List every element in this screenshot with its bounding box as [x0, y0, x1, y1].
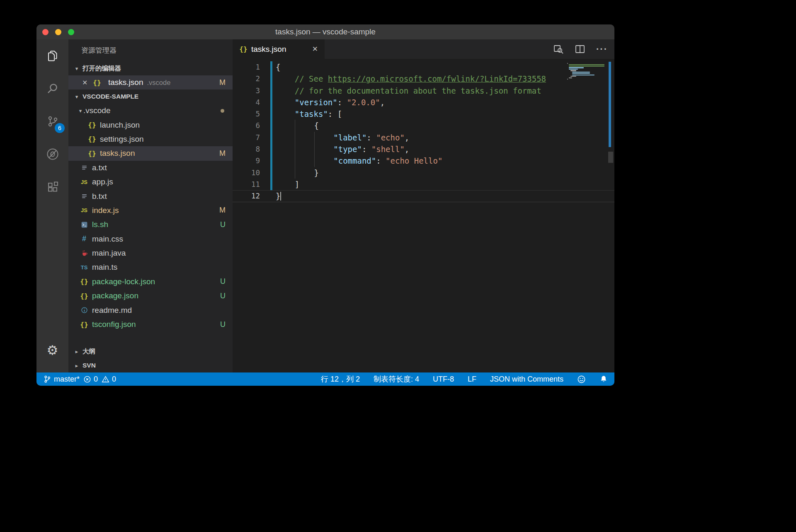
code-lines: 1{2// See https://go.microsoft.com/fwlin…	[233, 61, 614, 202]
code-line-5[interactable]: 5"tasks": [	[233, 108, 614, 120]
status-bar: master*00 行 12，列 2制表符长度: 4UTF-8LFJSON wi…	[36, 372, 614, 386]
workspace-header[interactable]: ▾ VSCODE-SAMPLE	[68, 89, 233, 104]
js-file-icon: JS	[80, 207, 88, 213]
code-line-11[interactable]: 11]	[233, 179, 614, 190]
json-file-icon: {}	[88, 150, 96, 157]
activitybar-item-extensions[interactable]	[36, 170, 68, 203]
activitybar-item-debug[interactable]	[36, 138, 68, 170]
css-file-icon: #	[80, 235, 88, 243]
file-name: main.java	[92, 249, 126, 258]
sidebar-item-readme.md[interactable]: readme.md	[68, 303, 233, 317]
section-svn[interactable]: ▸ SVN	[68, 358, 233, 372]
status-indentation[interactable]: 制表符长度: 4	[374, 374, 419, 384]
sidebar-item-a.txt[interactable]: a.txt	[68, 161, 233, 175]
activitybar-item-search[interactable]	[36, 72, 68, 105]
minimize-window-button[interactable]	[55, 29, 61, 35]
sidebar-item-.vscode[interactable]: ▾.vscode	[68, 104, 233, 118]
editor[interactable]: 1{2// See https://go.microsoft.com/fwlin…	[233, 59, 614, 372]
json-file-icon: {}	[93, 79, 101, 87]
more-actions-icon[interactable]: ···	[596, 47, 608, 51]
scm-badge: 6	[55, 123, 65, 133]
section-outline[interactable]: ▸ 大纲	[68, 344, 233, 358]
sidebar-item-settings.json[interactable]: {}settings.json	[68, 132, 233, 146]
status-branch[interactable]: master*	[43, 375, 80, 384]
open-preview-icon[interactable]	[553, 44, 564, 55]
sidebar-item-index.js[interactable]: JSindex.jsM	[68, 203, 233, 218]
file-name: a.txt	[92, 163, 107, 172]
status-notifications-button[interactable]	[599, 375, 608, 383]
status-feedback-button[interactable]	[577, 375, 586, 384]
line-number: 3	[233, 85, 260, 97]
code-token: ,	[380, 98, 385, 107]
chevron-down-icon: ▾	[78, 108, 83, 114]
indent-guide	[295, 143, 314, 155]
sidebar-item-ls.sh[interactable]: ls.shU	[68, 218, 233, 232]
close-editor-icon[interactable]: ✕	[82, 79, 89, 87]
overview-ruler-modified	[609, 62, 611, 147]
line-number: 8	[233, 143, 260, 155]
code-token: https://go.microsoft.com/fwlink/?LinkId=…	[328, 74, 546, 83]
scrollbar[interactable]	[608, 152, 613, 163]
code-line-2[interactable]: 2// See https://go.microsoft.com/fwlink/…	[233, 73, 614, 85]
code-line-8[interactable]: 8"type": "shell",	[233, 143, 614, 155]
indent-guide	[295, 167, 314, 179]
sidebar-item-b.txt[interactable]: b.txt	[68, 189, 233, 203]
code-line-10[interactable]: 10}	[233, 167, 614, 179]
close-window-button[interactable]	[42, 29, 49, 35]
sidebar-item-tasks.json[interactable]: {}tasks.jsonM	[68, 146, 233, 160]
code-token: {	[276, 63, 280, 72]
json-file-icon: {}	[88, 135, 96, 143]
sidebar-item-package-lock.json[interactable]: {}package-lock.jsonU	[68, 275, 233, 289]
status-warnings[interactable]: 0	[102, 375, 116, 384]
file-name: launch.json	[100, 121, 140, 130]
activitybar-item-settings[interactable]: ⚙	[36, 334, 68, 372]
open-editors-header[interactable]: ▾ 打开的编辑器	[68, 61, 233, 75]
json-file-icon: {}	[239, 45, 248, 53]
status-errors[interactable]: 0	[83, 375, 98, 384]
indent-guide	[276, 167, 295, 179]
code-token: :	[337, 98, 347, 107]
code-token: "label"	[333, 133, 366, 142]
line-number: 2	[233, 73, 260, 85]
extensions-icon	[46, 180, 59, 193]
sidebar-item-package.json[interactable]: {}package.jsonU	[68, 289, 233, 303]
line-number: 6	[233, 120, 260, 131]
sidebar-item-main.css[interactable]: #main.css	[68, 232, 233, 246]
minimap-line	[569, 77, 572, 78]
chevron-down-icon: ▾	[74, 94, 80, 100]
files-icon	[46, 49, 59, 63]
line-number: 10	[233, 167, 260, 179]
code-line-6[interactable]: 6{	[233, 120, 614, 131]
minimap[interactable]	[567, 63, 604, 80]
tab-tasks-json[interactable]: {} tasks.json ✕	[233, 39, 325, 59]
sidebar-item-app.js[interactable]: JSapp.js	[68, 175, 233, 189]
txt-file-icon	[80, 193, 88, 200]
git-badge: M	[219, 78, 226, 87]
status-cursor-position[interactable]: 行 12，列 2	[321, 374, 360, 384]
code-line-7[interactable]: 7"label": "echo",	[233, 132, 614, 143]
file-name: tasks.json	[100, 149, 135, 158]
sidebar-item-main.ts[interactable]: TSmain.ts	[68, 260, 233, 274]
split-editor-icon[interactable]	[575, 44, 585, 55]
git-badge: M	[219, 206, 226, 215]
status-encoding[interactable]: UTF-8	[433, 375, 454, 384]
code-line-3[interactable]: 3// for the documentation about the task…	[233, 85, 614, 97]
minimap-line	[569, 67, 584, 68]
code-line-4[interactable]: 4"version": "2.0.0",	[233, 97, 614, 108]
code-line-9[interactable]: 9"command": "echo Hello"	[233, 155, 614, 167]
close-tab-icon[interactable]: ✕	[312, 45, 318, 53]
open-editor-item-tasks-json[interactable]: ✕ {} tasks.json .vscode M	[68, 75, 233, 89]
sidebar-item-launch.json[interactable]: {}launch.json	[68, 118, 233, 132]
code-token: ,	[405, 145, 409, 154]
status-language-mode[interactable]: JSON with Comments	[490, 375, 563, 384]
activitybar-item-explorer[interactable]	[36, 39, 68, 72]
activitybar-item-source-control[interactable]: 6	[36, 105, 68, 138]
code-line-1[interactable]: 1{	[233, 61, 614, 73]
code-line-12[interactable]: 12}	[233, 190, 614, 202]
zoom-window-button[interactable]	[68, 29, 74, 35]
line-number: 5	[233, 108, 260, 120]
sidebar-item-main.java[interactable]: main.java	[68, 246, 233, 260]
minimap-line	[569, 64, 604, 65]
status-eol[interactable]: LF	[468, 375, 476, 384]
sidebar-item-tsconfig.json[interactable]: {}tsconfig.jsonU	[68, 317, 233, 331]
